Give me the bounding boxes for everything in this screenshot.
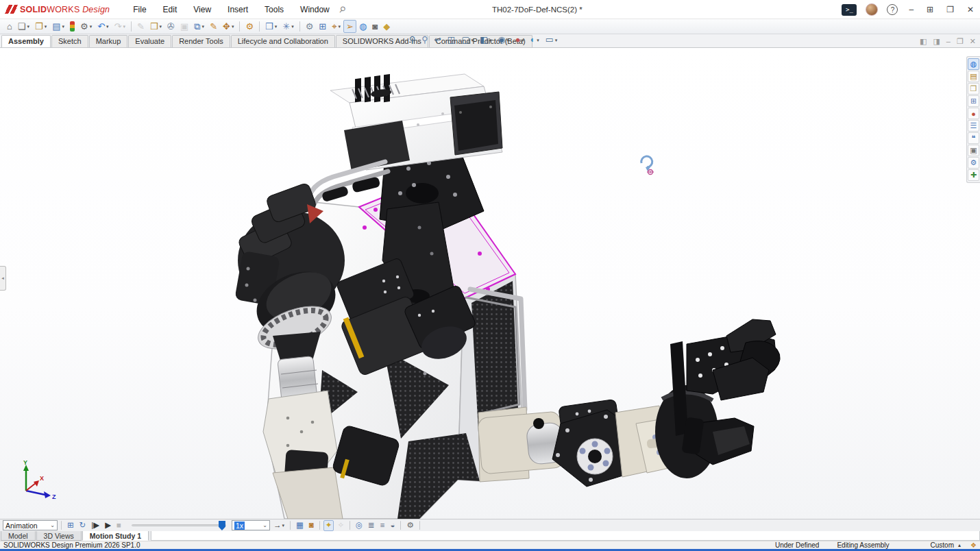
home-button[interactable]: ⌂ ▾: [4, 20, 15, 33]
dynamic-assembly-motion-button[interactable]: ➢ ▾: [343, 20, 356, 33]
featuremanager-collapsed-tab[interactable]: ◂: [0, 266, 6, 291]
timeline-slider[interactable]: [132, 524, 226, 526]
marketplace-button[interactable]: ▣: [968, 145, 979, 156]
xpress-products-button[interactable]: ⚙: [968, 157, 979, 169]
contact-button[interactable]: ◒ ▾: [388, 520, 397, 531]
file-menu[interactable]: File: [126, 3, 153, 16]
timeline-pane[interactable]: [151, 531, 980, 541]
undo-button[interactable]: ↶ ▾: [95, 20, 111, 33]
insert-menu[interactable]: Insert: [221, 3, 255, 16]
section-view-button[interactable]: ◫ ▾: [445, 34, 458, 47]
motor-button[interactable]: ◎ ▾: [354, 520, 365, 531]
zoom-to-area-button[interactable]: ⚲ ▾: [419, 34, 430, 47]
timeline-slider-handle[interactable]: [219, 521, 225, 530]
robot-3d-model[interactable]: [0, 48, 966, 519]
robot-right-gripper[interactable]: [655, 319, 780, 478]
tab-motion-study-1[interactable]: Motion Study 1: [82, 531, 149, 541]
command-console-icon[interactable]: >_: [842, 4, 857, 16]
component-preview-button[interactable]: ❒ ▾: [262, 20, 280, 33]
view-settings-button[interactable]: ▭ ▾: [543, 34, 560, 47]
assembly-cube-button[interactable]: ◆ ▾: [380, 20, 393, 33]
smart-fasteners-button[interactable]: ⚙ ▾: [243, 20, 256, 33]
tab-model[interactable]: Model: [1, 531, 36, 541]
view-orientation-button[interactable]: ▢ ▾: [459, 34, 476, 47]
robot-head-camera[interactable]: [330, 74, 502, 171]
tools-menu[interactable]: Tools: [258, 3, 291, 16]
performance-evaluation-button[interactable]: ◍ ▾: [356, 20, 369, 33]
document-properties-icon[interactable]: ❖: [970, 541, 977, 549]
spring-button[interactable]: ≣ ▾: [366, 520, 377, 531]
move-component-button[interactable]: ✥ ▾: [220, 20, 236, 33]
damper-button[interactable]: ≡ ▾: [378, 520, 387, 531]
view-palette-button[interactable]: ⊞: [968, 95, 979, 107]
custom-properties-button[interactable]: ☰: [968, 120, 979, 132]
motion-settings-button[interactable]: ⚙ ▾: [404, 520, 415, 531]
display-style-button[interactable]: ◧ ▾: [477, 34, 494, 47]
restore-document-button[interactable]: ❐: [957, 37, 964, 46]
edit-component-button[interactable]: ✎ ▾: [207, 20, 220, 33]
minimize-button[interactable]: –: [907, 5, 916, 14]
file-explorer-button[interactable]: ❐: [968, 83, 979, 95]
options-gear-button[interactable]: ⚙ ▾: [77, 20, 95, 33]
sketch-button[interactable]: ✎ ▾: [134, 20, 147, 33]
take-snapshot-button[interactable]: ◙ ▾: [369, 20, 380, 33]
3dexperience-resources-button[interactable]: ◍: [968, 58, 979, 70]
tab-render-tools[interactable]: Render Tools: [172, 35, 230, 47]
collapse-pane-left-button[interactable]: ◧: [920, 37, 927, 46]
reference-geometry-button[interactable]: ▣ ▾: [177, 20, 191, 33]
redo-button[interactable]: ↷ ▾: [112, 20, 128, 33]
user-avatar[interactable]: [866, 3, 878, 16]
tab-markup[interactable]: Markup: [89, 35, 128, 47]
playback-speed-select[interactable]: 1x ⌄: [232, 520, 270, 530]
calculate-button[interactable]: ⊞ ▾: [65, 520, 76, 531]
save-button[interactable]: ▤ ▾: [49, 20, 67, 33]
collapse-pane-right-button[interactable]: ◨: [933, 37, 940, 46]
design-table-button[interactable]: ⊞ ▾: [316, 20, 329, 33]
minimize-document-button[interactable]: –: [946, 37, 951, 46]
edit-menu[interactable]: Edit: [156, 3, 184, 16]
play-from-start-button[interactable]: |▶ ▾: [89, 520, 101, 531]
save-animation-button[interactable]: ▦ ▾: [294, 520, 306, 531]
apply-scene-button[interactable]: ◐ ▾: [528, 34, 542, 47]
tab-sketch[interactable]: Sketch: [51, 35, 88, 47]
solidworks-forum-button[interactable]: ❝: [968, 132, 979, 144]
view-menu[interactable]: View: [186, 3, 218, 16]
tab-assembly[interactable]: Assembly: [1, 35, 51, 47]
design-library-button[interactable]: ▤: [968, 71, 979, 82]
playback-mode-button[interactable]: → ▾: [271, 520, 286, 531]
window-menu[interactable]: Window: [293, 3, 336, 16]
configuration-select[interactable]: Custom ▴: [931, 541, 961, 549]
restore-button[interactable]: ❐: [944, 5, 956, 14]
autokey-button[interactable]: ✦ ▾: [323, 520, 334, 531]
insert-components-button[interactable]: ❒ ▾: [147, 20, 164, 33]
open-button[interactable]: ❐ ▾: [32, 20, 49, 33]
tab-3d-views[interactable]: 3D Views: [36, 531, 82, 541]
mate-button[interactable]: ✇ ▾: [164, 20, 177, 33]
window-layout-button[interactable]: ⊞: [924, 5, 935, 14]
zoom-to-fit-button[interactable]: ⚲ ▾: [406, 34, 418, 47]
help-icon[interactable]: ?: [887, 4, 898, 15]
pin-menubar-icon[interactable]: ⚲: [336, 3, 347, 14]
study-type-select[interactable]: Animation ⌄: [3, 520, 58, 530]
add-key-button[interactable]: ✧ ▾: [335, 520, 346, 531]
close-document-button[interactable]: ✕: [970, 37, 976, 46]
tab-lifecycle-and-collaboration[interactable]: Lifecycle and Collaboration: [231, 35, 335, 47]
hide-show-items-button[interactable]: ◉ ▾: [495, 34, 511, 47]
mate-controller-button[interactable]: ⚙ ▾: [303, 20, 317, 33]
tab-evaluate[interactable]: Evaluate: [128, 35, 171, 47]
replay-button[interactable]: ↻ ▾: [77, 520, 88, 531]
play-button[interactable]: ▶ ▾: [103, 520, 113, 531]
rebuild-traffic-light-button[interactable]: ▾: [67, 20, 77, 33]
previous-view-button[interactable]: ↩ ▾: [431, 34, 443, 47]
appearances-scenes-button[interactable]: ●: [968, 108, 979, 119]
edit-appearance-button[interactable]: ● ▾: [513, 34, 527, 47]
animation-wizard-button[interactable]: ◙ ▾: [307, 520, 316, 531]
graphics-viewport[interactable]: Y Z X ◂ ◍ ▤ ❐ ⊞ ● ☰ ❝: [0, 48, 980, 519]
stop-button[interactable]: ■ ▾: [114, 520, 123, 531]
measure-button[interactable]: ⌖ ▾: [329, 20, 343, 33]
new-document-button[interactable]: ❏ ▾: [15, 20, 32, 33]
exploded-view-button[interactable]: ✳ ▾: [280, 20, 296, 33]
add-ins-button[interactable]: ✚: [968, 169, 979, 181]
close-button[interactable]: ✕: [965, 5, 976, 14]
linear-component-pattern-button[interactable]: ⧉ ▾: [191, 20, 207, 33]
